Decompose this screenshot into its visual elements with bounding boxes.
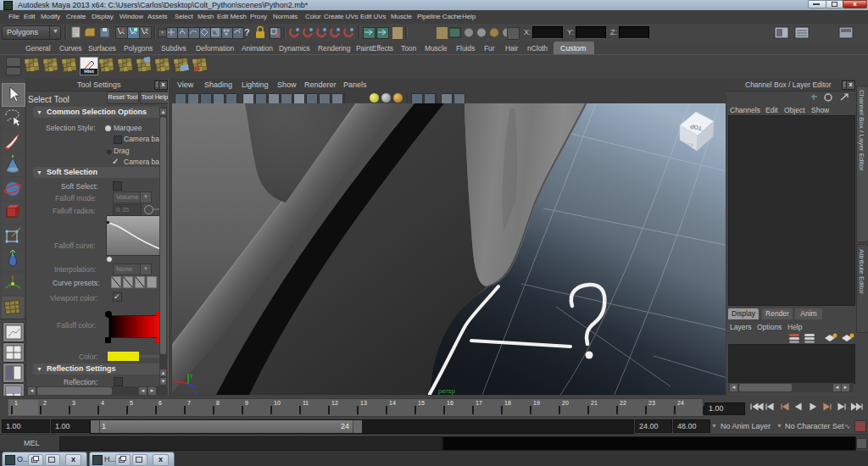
svg-text:persp: persp [438, 387, 456, 395]
svg-text:x: x [174, 378, 177, 384]
svg-text:y: y [190, 372, 193, 379]
svg-text:z: z [196, 390, 199, 395]
